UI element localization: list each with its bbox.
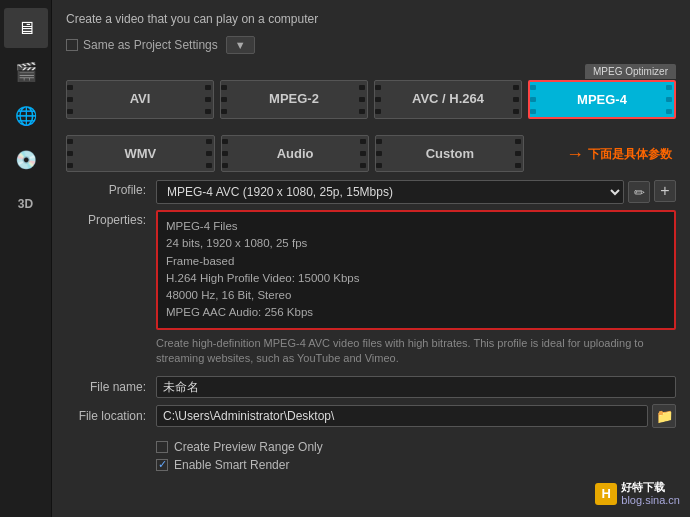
watermark: H 好特下载 blog.sina.cn xyxy=(595,481,680,507)
edit-profile-button[interactable]: ✏ xyxy=(628,181,650,203)
profile-select[interactable]: MPEG-4 AVC (1920 x 1080, 25p, 15Mbps) xyxy=(156,180,624,204)
profile-label: Profile: xyxy=(66,180,156,197)
3d-icon: 3D xyxy=(18,197,33,211)
dropdown-arrow-icon: ▼ xyxy=(235,39,246,51)
sidebar-item-disc[interactable]: 💿 xyxy=(4,140,48,180)
sidebar: 🖥 🎬 🌐 💿 3D xyxy=(0,0,52,517)
tab-mpeg4[interactable]: MPEG-4 xyxy=(528,80,676,119)
pencil-icon: ✏ xyxy=(634,185,645,200)
file-name-row: File name: xyxy=(66,376,676,398)
project-settings-row: Same as Project Settings ▼ xyxy=(66,36,676,54)
format-tabs-row1: AVI MPEG-2 AVC / H.264 MPEG-4 xyxy=(66,80,676,119)
film-icon: 🎬 xyxy=(15,61,37,83)
properties-box: MPEG-4 Files 24 bits, 1920 x 1080, 25 fp… xyxy=(156,210,676,330)
file-name-label: File name: xyxy=(66,380,156,394)
prop-line-4: H.264 High Profile Video: 15000 Kbps xyxy=(166,270,666,287)
tab-avi[interactable]: AVI xyxy=(66,80,214,119)
project-settings-checkbox[interactable] xyxy=(66,39,78,51)
preview-check-row: Create Preview Range Only xyxy=(156,440,676,454)
file-location-input[interactable] xyxy=(156,405,648,427)
properties-row: Properties: MPEG-4 Files 24 bits, 1920 x… xyxy=(66,210,676,330)
browse-folder-button[interactable]: 📁 xyxy=(652,404,676,428)
tab-custom-label: Custom xyxy=(426,146,474,161)
watermark-site: 好特下载 xyxy=(621,481,680,494)
project-settings-dropdown[interactable]: ▼ xyxy=(226,36,255,54)
tab-mpeg2[interactable]: MPEG-2 xyxy=(220,80,368,119)
tab-mpeg4-label: MPEG-4 xyxy=(577,92,627,107)
prop-line-1: MPEG-4 Files xyxy=(166,218,666,235)
monitor-icon: 🖥 xyxy=(17,18,35,39)
smart-render-label: Enable Smart Render xyxy=(174,458,289,472)
profile-row: Profile: MPEG-4 AVC (1920 x 1080, 25p, 1… xyxy=(66,180,676,204)
tab-wmv-label: WMV xyxy=(124,146,156,161)
annotation-text: 下面是具体参数 xyxy=(588,145,672,162)
file-location-row: File location: 📁 xyxy=(66,404,676,428)
top-description: Create a video that you can play on a co… xyxy=(66,12,676,26)
folder-icon: 📁 xyxy=(656,408,673,424)
project-settings-checkbox-label[interactable]: Same as Project Settings xyxy=(66,38,218,52)
bottom-checkboxes: Create Preview Range Only Enable Smart R… xyxy=(66,440,676,476)
add-profile-button[interactable]: + xyxy=(654,180,676,202)
plus-icon: + xyxy=(660,182,669,200)
mpeg-optimizer-label: MPEG Optimizer xyxy=(585,64,676,79)
smart-render-check-row: Enable Smart Render xyxy=(156,458,676,472)
prop-line-3: Frame-based xyxy=(166,253,666,270)
prop-line-5: 48000 Hz, 16 Bit, Stereo xyxy=(166,287,666,304)
tab-avch264[interactable]: AVC / H.264 xyxy=(374,80,522,119)
prop-line-6: MPEG AAC Audio: 256 Kbps xyxy=(166,304,666,321)
main-content: Create a video that you can play on a co… xyxy=(52,0,690,517)
preview-label: Create Preview Range Only xyxy=(174,440,323,454)
tab-audio[interactable]: Audio xyxy=(221,135,370,172)
properties-label: Properties: xyxy=(66,210,156,227)
disc-icon: 💿 xyxy=(15,149,37,171)
sidebar-item-film[interactable]: 🎬 xyxy=(4,52,48,92)
tab-mpeg2-label: MPEG-2 xyxy=(269,91,319,106)
tab-audio-label: Audio xyxy=(277,146,314,161)
prop-line-2: 24 bits, 1920 x 1080, 25 fps xyxy=(166,235,666,252)
tab-wmv[interactable]: WMV xyxy=(66,135,215,172)
file-name-input[interactable] xyxy=(156,376,676,398)
smart-render-checkbox[interactable] xyxy=(156,459,168,471)
annotation-wrap: → 下面是具体参数 xyxy=(566,143,672,164)
watermark-url: blog.sina.cn xyxy=(621,494,680,507)
tab-custom[interactable]: Custom xyxy=(375,135,524,172)
watermark-info: 好特下载 blog.sina.cn xyxy=(621,481,680,507)
tab-avch264-label: AVC / H.264 xyxy=(412,91,484,106)
arrow-icon: → xyxy=(566,143,584,164)
file-location-label: File location: xyxy=(66,409,156,423)
sidebar-item-3d[interactable]: 3D xyxy=(4,184,48,224)
format-tabs-row2-wrap: WMV Audio Custom → 下面是具体参数 xyxy=(66,135,676,172)
sidebar-item-globe[interactable]: 🌐 xyxy=(4,96,48,136)
watermark-logo: H xyxy=(595,483,617,505)
profile-select-wrap: MPEG-4 AVC (1920 x 1080, 25p, 15Mbps) ✏ xyxy=(156,180,650,204)
sidebar-item-monitor[interactable]: 🖥 xyxy=(4,8,48,48)
profile-description: Create high-definition MPEG-4 AVC video … xyxy=(66,336,676,367)
tab-avi-label: AVI xyxy=(130,91,151,106)
project-settings-label: Same as Project Settings xyxy=(83,38,218,52)
preview-checkbox[interactable] xyxy=(156,441,168,453)
globe-icon: 🌐 xyxy=(15,105,37,127)
